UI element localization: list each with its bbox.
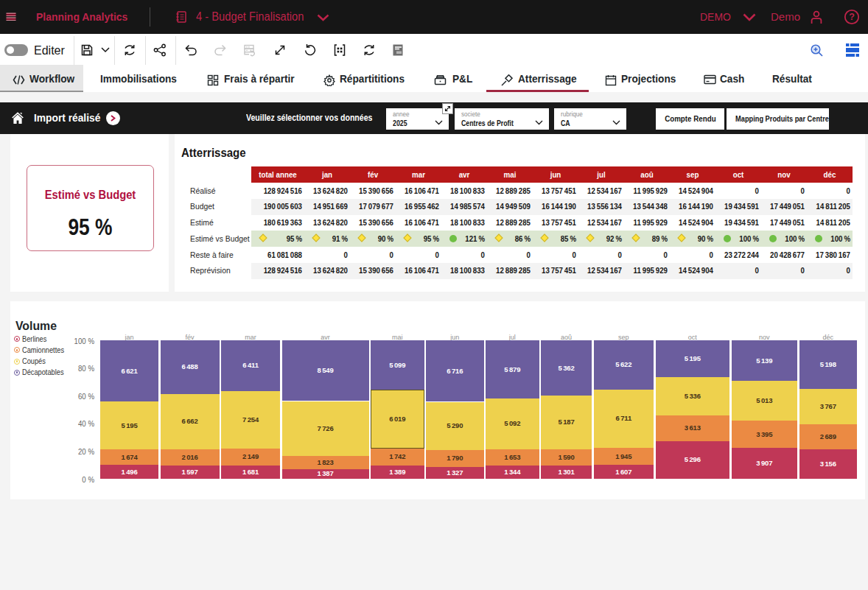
svg-text:?: ? bbox=[849, 12, 855, 22]
